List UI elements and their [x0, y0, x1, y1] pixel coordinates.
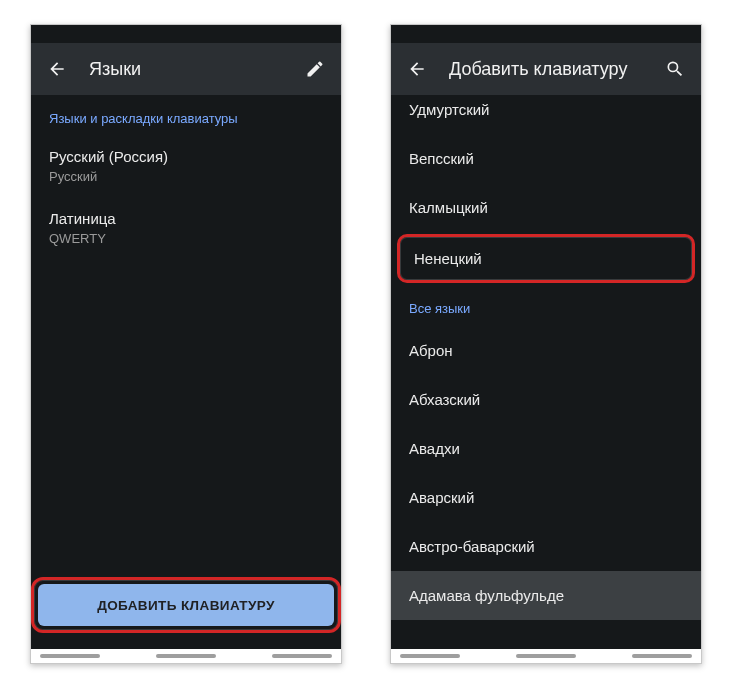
language-option[interactable]: Авадхи — [391, 424, 701, 473]
nav-bar — [31, 649, 341, 663]
language-primary: Латиница — [49, 210, 323, 227]
add-keyboard-button[interactable]: ДОБАВИТЬ КЛАВИАТУРУ — [38, 584, 334, 626]
back-icon[interactable] — [41, 53, 73, 85]
language-option[interactable]: Аброн — [391, 326, 701, 375]
back-icon[interactable] — [401, 53, 433, 85]
language-primary: Русский (Россия) — [49, 148, 323, 165]
content-area: Удмуртский Вепсский Калмыцкий Ненецкий В… — [391, 95, 701, 649]
nav-pill — [516, 654, 576, 658]
language-secondary: QWERTY — [49, 231, 323, 246]
app-bar-title: Языки — [89, 59, 283, 80]
add-keyboard-highlight: ДОБАВИТЬ КЛАВИАТУРУ — [31, 577, 341, 633]
language-option[interactable]: Вепсский — [391, 134, 701, 183]
nav-pill — [40, 654, 100, 658]
nav-pill — [272, 654, 332, 658]
section-header-all-languages: Все языки — [391, 285, 701, 326]
edit-icon[interactable] — [299, 53, 331, 85]
language-option-pressed[interactable]: Адамава фульфульде — [391, 571, 701, 620]
section-header-layouts: Языки и раскладки клавиатуры — [31, 95, 341, 136]
phone-add-keyboard-screen: Добавить клавиатуру Удмуртский Вепсский … — [390, 24, 702, 664]
app-bar: Языки — [31, 43, 341, 95]
language-option[interactable]: Абхазский — [391, 375, 701, 424]
nav-pill — [156, 654, 216, 658]
phone-languages-screen: Языки Языки и раскладки клавиатуры Русск… — [30, 24, 342, 664]
language-option[interactable]: Австро-баварский — [391, 522, 701, 571]
content-area: Языки и раскладки клавиатуры Русский (Ро… — [31, 95, 341, 649]
status-bar — [391, 25, 701, 43]
language-option-highlighted[interactable]: Ненецкий — [397, 234, 695, 283]
app-bar: Добавить клавиатуру — [391, 43, 701, 95]
language-item[interactable]: Латиница QWERTY — [31, 198, 341, 260]
nav-bar — [391, 649, 701, 663]
app-bar-title: Добавить клавиатуру — [449, 59, 643, 80]
language-item[interactable]: Русский (Россия) Русский — [31, 136, 341, 198]
language-option[interactable]: Удмуртский — [391, 95, 701, 134]
search-icon[interactable] — [659, 53, 691, 85]
nav-pill — [400, 654, 460, 658]
language-option[interactable]: Аварский — [391, 473, 701, 522]
nav-pill — [632, 654, 692, 658]
status-bar — [31, 25, 341, 43]
language-secondary: Русский — [49, 169, 323, 184]
language-option[interactable]: Калмыцкий — [391, 183, 701, 232]
